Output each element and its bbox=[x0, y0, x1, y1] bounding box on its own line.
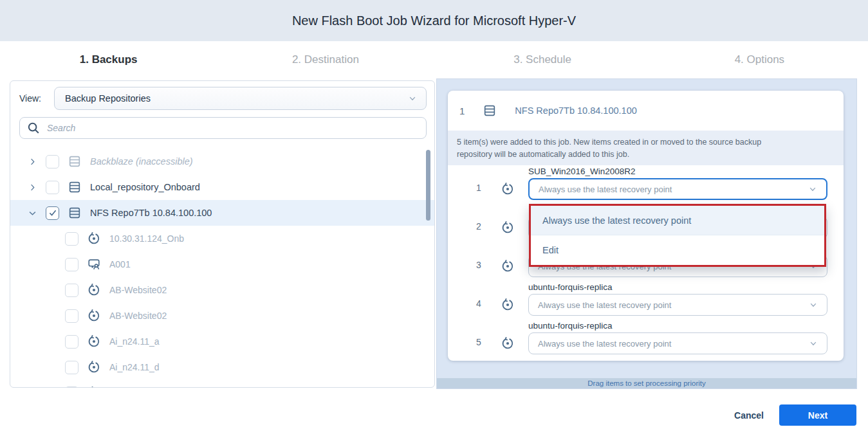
checkbox[interactable] bbox=[46, 181, 59, 194]
item-number: 4 bbox=[474, 298, 484, 309]
checkbox[interactable] bbox=[65, 386, 78, 388]
recovery-point-dropdown-value: Always use the latest recovery point bbox=[538, 300, 671, 310]
step-label: 3. Schedule bbox=[513, 53, 571, 66]
tree-row-label: Local_repository_Onboard bbox=[90, 182, 200, 192]
recovery-point-dropdown[interactable]: Always use the latest recovery point bbox=[528, 178, 827, 200]
search-icon bbox=[26, 121, 41, 135]
tree-row-backblaze[interactable]: Backblaze (inaccessible) bbox=[10, 149, 434, 174]
tree-row-label: NFS Repo7Tb 10.84.100.100 bbox=[90, 208, 212, 218]
group-index: 1 bbox=[459, 105, 465, 116]
tree-row-backup[interactable]: Ai_n24.11_a bbox=[10, 329, 434, 354]
checkbox-checked[interactable] bbox=[46, 206, 59, 220]
job-item-row: 1 SUB_Win2016_Win2008R2 Always use the l… bbox=[448, 165, 844, 204]
chevron-right-icon[interactable] bbox=[28, 183, 37, 192]
wizard-steps: 1. Backups 2. Destination 3. Schedule 4.… bbox=[0, 41, 868, 78]
tree-row-backup[interactable]: AB-Website02 bbox=[10, 303, 434, 329]
checkbox[interactable] bbox=[65, 335, 78, 349]
item-number: 3 bbox=[474, 260, 484, 270]
repository-icon bbox=[483, 104, 497, 118]
menu-option-latest-recovery-point[interactable]: Always use the latest recovery point bbox=[531, 206, 824, 235]
item-name: ubuntu-forquis-replica bbox=[528, 282, 613, 292]
recovery-point-dropdown[interactable]: Always use the latest recovery point bbox=[528, 332, 827, 354]
tree-row-label: Ai_n24.11_d bbox=[109, 362, 160, 372]
chevron-down-icon bbox=[808, 185, 817, 194]
job-item-row: 4 ubuntu-forquis-replica Always use the … bbox=[448, 281, 844, 320]
tree-row-label: AB-Website02 bbox=[109, 311, 167, 321]
item-number: 1 bbox=[474, 183, 484, 193]
chevron-down-icon bbox=[408, 94, 417, 103]
tree-row-local-repository[interactable]: Local_repository_Onboard bbox=[10, 174, 434, 200]
chevron-down-icon bbox=[809, 339, 818, 348]
tree-row-backup-partial[interactable] bbox=[10, 380, 434, 388]
step-label: 1. Backups bbox=[80, 53, 138, 66]
item-name: SUB_Win2016_Win2008R2 bbox=[528, 167, 636, 176]
recovery-point-dropdown-value: Always use the latest recovery point bbox=[539, 185, 672, 194]
tab-options[interactable]: 4. Options bbox=[651, 41, 868, 78]
checkbox[interactable] bbox=[46, 155, 59, 168]
step-label: 2. Destination bbox=[292, 53, 359, 66]
restore-point-icon bbox=[87, 309, 101, 323]
recovery-point-dropdown-value: Always use the latest recovery point bbox=[538, 339, 671, 349]
checkbox[interactable] bbox=[65, 284, 78, 297]
restore-point-icon bbox=[87, 360, 101, 374]
cancel-button[interactable]: Cancel bbox=[734, 410, 764, 421]
step-label: 4. Options bbox=[735, 53, 785, 66]
restore-point-icon bbox=[501, 221, 515, 235]
restore-point-icon bbox=[87, 386, 101, 388]
next-button[interactable]: Next bbox=[779, 404, 856, 426]
tree-scrollbar-thumb[interactable] bbox=[426, 150, 430, 221]
checkbox[interactable] bbox=[65, 232, 78, 246]
restore-point-icon bbox=[501, 259, 515, 273]
checkbox[interactable] bbox=[65, 361, 78, 374]
item-name: ubuntu-forquis-replica bbox=[528, 321, 613, 331]
tab-schedule[interactable]: 3. Schedule bbox=[434, 41, 651, 78]
tree-row-label: AB-Website02 bbox=[109, 285, 167, 295]
tree-row-label: 10.30.31.124_Onb bbox=[109, 233, 184, 244]
drag-priority-hint: Drag items to set processing priority bbox=[437, 378, 856, 388]
view-dropdown[interactable]: Backup Repositories bbox=[54, 87, 427, 110]
restore-point-icon bbox=[87, 283, 101, 297]
item-number: 2 bbox=[474, 221, 484, 232]
view-label: View: bbox=[19, 93, 54, 104]
chevron-down-icon[interactable] bbox=[28, 208, 37, 218]
repository-icon bbox=[68, 206, 82, 220]
tree-row-nfs-repo[interactable]: NFS Repo7Tb 10.84.100.100 bbox=[10, 200, 434, 226]
tree-row-label: Backblaze (inaccessible) bbox=[90, 156, 193, 167]
group-name: NFS Repo7Tb 10.84.100.100 bbox=[515, 105, 636, 116]
restore-point-icon bbox=[501, 298, 515, 312]
job-items-panel: 1 NFS Repo7Tb 10.84.100.100 5 item(s) we… bbox=[436, 78, 857, 389]
tree-row-backup[interactable]: Ai_n24.11_d bbox=[10, 354, 434, 380]
tree-row-backup[interactable]: AB-Website02 bbox=[10, 277, 434, 303]
tab-backups[interactable]: 1. Backups bbox=[0, 41, 217, 78]
restore-point-icon bbox=[501, 182, 515, 196]
recovery-point-dropdown-menu: Always use the latest recovery point Edi… bbox=[529, 204, 826, 267]
restore-point-icon bbox=[87, 334, 101, 349]
restore-point-icon bbox=[87, 232, 101, 246]
wizard-header: New Flash Boot Job Wizard for Microsoft … bbox=[0, 0, 868, 41]
menu-option-label: Edit bbox=[542, 245, 559, 255]
tab-destination[interactable]: 2. Destination bbox=[217, 41, 434, 78]
repository-group-card: 1 NFS Repo7Tb 10.84.100.100 5 item(s) we… bbox=[448, 91, 844, 361]
search-box[interactable] bbox=[19, 117, 427, 139]
wizard-footer: Cancel Next bbox=[734, 404, 856, 426]
tree-row-backup[interactable]: A001 bbox=[10, 251, 434, 277]
tree-row-label: A001 bbox=[109, 259, 131, 269]
search-input[interactable] bbox=[47, 123, 420, 133]
restore-point-icon bbox=[501, 336, 515, 350]
repository-icon bbox=[68, 180, 82, 194]
source-panel: View: Backup Repositories Backblaze (ina… bbox=[10, 80, 435, 388]
repository-icon bbox=[68, 154, 82, 168]
tree-row-backup[interactable]: 10.30.31.124_Onb bbox=[10, 226, 434, 251]
job-item-row: 5 ubuntu-forquis-replica Always use the … bbox=[448, 320, 844, 358]
info-banner: 5 item(s) were added to this job. New it… bbox=[448, 131, 844, 165]
view-dropdown-value: Backup Repositories bbox=[65, 93, 151, 104]
checkbox[interactable] bbox=[65, 258, 78, 271]
repository-tree: Backblaze (inaccessible) Local_repositor… bbox=[10, 149, 434, 388]
machine-agent-icon bbox=[87, 257, 101, 271]
checkbox[interactable] bbox=[65, 309, 78, 323]
item-number: 5 bbox=[474, 337, 484, 347]
menu-option-edit[interactable]: Edit bbox=[531, 235, 824, 265]
recovery-point-dropdown[interactable]: Always use the latest recovery point bbox=[528, 294, 827, 316]
chevron-down-icon bbox=[809, 300, 818, 309]
chevron-right-icon[interactable] bbox=[28, 157, 37, 167]
